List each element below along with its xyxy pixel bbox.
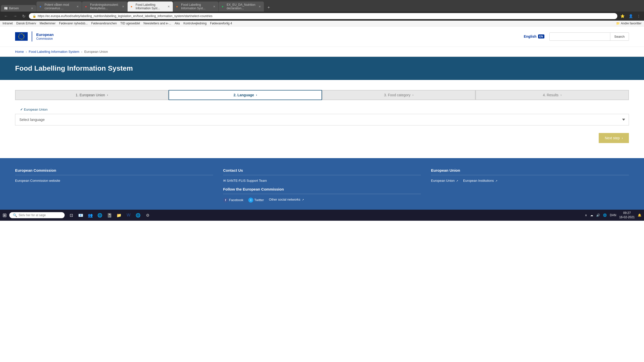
breadcrumb-home[interactable]: Home [15,50,24,54]
back-button[interactable]: ← [3,13,10,19]
footer-sante-link[interactable]: ✉ SANTE-FLIS Support Team [223,179,421,183]
refresh-button[interactable]: ↻ [21,13,27,19]
close-icon[interactable]: ✕ [31,7,33,10]
tab-forskning[interactable]: ● Forskningskonsulent: Beskyttelss... ✕ [82,2,127,12]
footer-eu-institutions-link[interactable]: European Institutions ↗ [463,179,497,183]
bookmark-foedevareforlig[interactable]: Fødevareforlig 4 [210,22,232,25]
wizard-step-4[interactable]: 4. Results › [475,90,629,100]
close-icon[interactable]: ✕ [76,5,79,8]
taskbar-search-input[interactable] [19,213,59,217]
settings-app-icon[interactable]: ⚙ [144,211,152,219]
taskbar-cloud-icon[interactable]: ☁ [590,213,593,217]
bookmark-intranet[interactable]: Intranet [3,22,13,25]
logo-area: ★ ★ ★ ★ ★ ★ ★ ★ ★ ★ ★ ★ European Commiss… [15,31,54,41]
forward-button[interactable]: → [12,13,19,19]
tab-food-labelling-active[interactable]: ● Food Labelling Information Syst... ✕ [128,2,173,12]
page-wrapper: ★ ★ ★ ★ ★ ★ ★ ★ ★ ★ ★ ★ European Commiss… [0,26,644,210]
lang-badge: EN [538,34,544,38]
bookmark-foedevarebranchen[interactable]: Fødevarebranchen [91,22,117,25]
ec-logo-main: European [36,32,54,37]
logo-divider [32,31,32,41]
taskbar-datetime[interactable]: 09:27 16-02-2021 [619,211,635,219]
bookmark-foedevarer[interactable]: Fødevarer nyhedsb... [59,22,88,25]
wizard-step-1[interactable]: 1. European Union › [15,90,169,100]
footer-ec-website-link[interactable]: European Commission website [15,179,213,183]
footer-other-social-link[interactable]: Other social networks ↗ [269,198,304,203]
footer-col-contact: Contact Us ✉ SANTE-FLIS Support Team Fol… [223,168,421,205]
step1-check-indicator: ✓ European Union [20,108,629,111]
profile-icon[interactable]: 👤 [628,14,634,19]
bookmark-newsletters[interactable]: Newsletters and e-... [143,22,171,25]
teams-icon[interactable]: 👥 [86,211,94,219]
taskbar-volume-icon[interactable]: 🔊 [596,213,600,217]
close-icon[interactable]: ✕ [259,5,261,8]
footer-twitter-link[interactable]: t Twitter [248,198,264,203]
bookmark-dansk-erhverv[interactable]: Dansk Erhverv [16,22,36,25]
footer-grid: European Commission European Commission … [15,168,629,205]
next-step-wrapper: Next step › [15,133,629,143]
settings-icon[interactable]: ⋮ [636,14,641,19]
footer-eu-heading: European Union [431,168,629,175]
bookmark-tid[interactable]: TID ugeseddel [120,22,140,25]
footer-facebook-link[interactable]: f Facebook [223,198,244,203]
next-step-button[interactable]: Next step › [599,133,629,143]
search-input[interactable] [550,33,610,40]
bookmark-aku[interactable]: Aku [175,22,180,25]
edge-icon[interactable]: 🌐 [96,211,104,219]
bookmark-medlemmer[interactable]: Medlemmer [39,22,55,25]
breadcrumb-bar: Home › Food Labelling Information System… [0,47,644,57]
tab-bar: 📰 Børsen ✕ ● Potent våben mod coronaviru… [0,0,644,12]
close-icon[interactable]: ✕ [122,5,124,8]
tab-food-labelling-2[interactable]: ● Food Labelling Information Syst... ✕ [173,2,218,12]
bookmark-andre-favoritter[interactable]: 📁 Andre favoritter [616,22,641,25]
external-link-icon: ↗ [456,179,458,182]
bookmark-kontrolvejledning[interactable]: Kontrolvejledning [183,22,207,25]
tab-favicon: ● [131,5,134,8]
chrome-icon[interactable]: 🌐 [134,211,142,219]
notification-icon[interactable]: 🔔 [638,213,641,217]
footer-eu-link[interactable]: European Union ↗ [431,179,458,183]
taskbar-right: ∧ ☁ 🔊 🌐 DAN 09:27 16-02-2021 🔔 [585,211,641,219]
email-icon: ✉ [223,179,227,183]
wizard-step-3[interactable]: 3. Food category › [322,90,475,100]
site-header: ★ ★ ★ ★ ★ ★ ★ ★ ★ ★ ★ ★ European Commiss… [0,26,644,47]
step2-label: 2. Language [233,93,254,97]
taskbar: ⊞ 🔍 ⊡ 📧 👥 🌐 📓 📁 W 🌐 ⚙ ∧ ☁ 🔊 🌐 DAN 09:27 … [0,210,644,221]
taskbar-search-box[interactable]: 🔍 [9,212,65,218]
language-select[interactable]: Select language [15,114,629,125]
onenote-icon[interactable]: 📓 [105,211,113,219]
page-hero: Food Labelling Information System [0,57,644,80]
word-icon[interactable]: W [125,211,133,219]
step1-selected-value: European Union [24,108,48,111]
taskbar-apps: ⊡ 📧 👥 🌐 📓 📁 W 🌐 ⚙ [67,211,152,219]
tab-favicon: ● [176,5,180,8]
taskbar-date-display: 16-02-2021 [619,215,635,219]
external-link-icon: ↗ [302,198,304,201]
footer-col-eu: European Union European Union ↗ European… [431,168,629,205]
task-view-icon[interactable]: ⊡ [67,211,75,219]
close-icon[interactable]: ✕ [213,5,215,8]
explorer-icon[interactable]: 📁 [115,211,123,219]
step3-label: 3. Food category [384,93,410,97]
search-box: Search [549,32,629,41]
address-bar[interactable]: 🔒 https://ec.europa.eu/food/safety/label… [29,13,617,19]
breadcrumb-flis[interactable]: Food Labelling Information System [29,50,79,54]
extensions-icon[interactable]: ⭐ [619,14,626,19]
language-selector[interactable]: English EN [524,34,544,38]
tab-potent[interactable]: ● Potent våben mod coronavirus ... ✕ [36,2,82,12]
next-chevron-icon: › [622,136,623,140]
step1-label: 1. European Union [76,93,105,97]
wizard-step-2[interactable]: 2. Language › [169,90,322,100]
taskbar-up-arrow-icon[interactable]: ∧ [585,213,587,217]
footer-ec-heading: European Commission [15,168,213,175]
start-button[interactable]: ⊞ [3,212,7,218]
url-text: https://ec.europa.eu/food/safety/labelli… [38,14,614,18]
search-button[interactable]: Search [610,33,629,40]
new-tab-button[interactable]: ＋ [264,3,273,12]
tab-ex-eu[interactable]: ● EX_EU_DA_Nutrition declaration... ✕ [219,2,264,12]
outlook-icon[interactable]: 📧 [77,211,85,219]
taskbar-network-icon[interactable]: 🌐 [603,213,607,217]
chevron-icon: › [26,50,27,53]
tab-borsen[interactable]: 📰 Børsen ✕ [1,5,36,12]
close-icon[interactable]: ✕ [168,5,170,8]
